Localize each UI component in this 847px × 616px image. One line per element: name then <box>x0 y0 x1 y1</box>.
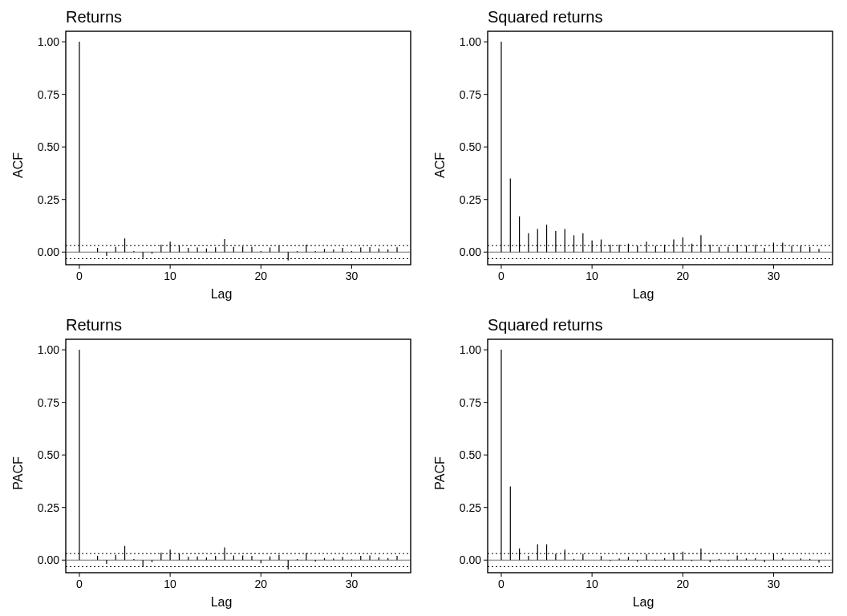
svg-text:30: 30 <box>768 270 780 282</box>
plot-col: 0.000.250.500.751.000102030 Lag <box>449 336 837 610</box>
panel-acf-squared-returns: Squared returns ACF 0.000.250.500.751.00… <box>432 8 837 302</box>
x-axis-title: Lag <box>27 595 415 610</box>
plot-row: PACF 0.000.250.500.751.000102030 Lag <box>10 336 415 610</box>
svg-text:20: 20 <box>677 578 690 590</box>
svg-text:0.50: 0.50 <box>460 448 481 461</box>
plot-col: 0.000.250.500.751.000102030 Lag <box>27 336 415 610</box>
svg-text:0.75: 0.75 <box>38 396 59 409</box>
svg-text:0.00: 0.00 <box>38 245 59 258</box>
svg-rect-116 <box>66 339 411 573</box>
chart-svg: 0.000.250.500.751.000102030 <box>27 28 415 286</box>
x-axis-title: Lag <box>27 287 415 302</box>
y-axis-title: ACF <box>11 152 26 178</box>
svg-text:0: 0 <box>76 578 83 590</box>
svg-text:0.25: 0.25 <box>38 193 59 206</box>
y-axis-title-wrap: PACF <box>10 336 27 610</box>
svg-text:0.25: 0.25 <box>38 501 59 514</box>
svg-text:20: 20 <box>255 578 268 590</box>
svg-text:0: 0 <box>76 270 83 282</box>
y-axis-title-wrap: ACF <box>10 28 27 302</box>
chart-grid-page: Returns ACF 0.000.250.500.751.000102030 … <box>0 0 847 616</box>
panel-title: Returns <box>66 316 415 334</box>
svg-text:0.00: 0.00 <box>460 245 481 258</box>
svg-rect-174 <box>488 339 833 573</box>
chart-svg: 0.000.250.500.751.000102030 <box>27 336 415 594</box>
y-axis-title: PACF <box>433 456 448 489</box>
y-axis-title: PACF <box>11 456 26 489</box>
svg-text:10: 10 <box>586 270 598 282</box>
panel-title: Squared returns <box>488 8 837 26</box>
svg-text:10: 10 <box>164 578 176 590</box>
plot-col: 0.000.250.500.751.000102030 Lag <box>27 28 415 302</box>
plot-row: ACF 0.000.250.500.751.000102030 Lag <box>10 28 415 302</box>
svg-text:30: 30 <box>346 270 359 282</box>
chart-svg: 0.000.250.500.751.000102030 <box>449 336 837 594</box>
svg-text:0.50: 0.50 <box>38 140 59 153</box>
plot-row: PACF 0.000.250.500.751.000102030 Lag <box>432 336 837 610</box>
svg-text:30: 30 <box>346 578 359 590</box>
svg-text:20: 20 <box>677 270 690 282</box>
svg-rect-58 <box>488 31 833 265</box>
svg-text:10: 10 <box>164 270 176 282</box>
svg-text:0: 0 <box>498 578 505 590</box>
y-axis-title: ACF <box>433 152 448 178</box>
svg-text:0.00: 0.00 <box>38 553 59 566</box>
svg-text:0.25: 0.25 <box>460 501 481 514</box>
y-axis-title-wrap: PACF <box>432 336 449 610</box>
plot-col: 0.000.250.500.751.000102030 Lag <box>449 28 837 302</box>
panel-pacf-squared-returns: Squared returns PACF 0.000.250.500.751.0… <box>432 316 837 610</box>
svg-text:0.00: 0.00 <box>460 553 481 566</box>
svg-text:0.75: 0.75 <box>460 396 481 409</box>
svg-text:20: 20 <box>255 270 268 282</box>
svg-text:0: 0 <box>498 270 505 282</box>
panel-title: Squared returns <box>488 316 837 334</box>
svg-text:1.00: 1.00 <box>38 343 59 356</box>
svg-text:10: 10 <box>586 578 598 590</box>
panel-grid: Returns ACF 0.000.250.500.751.000102030 … <box>10 8 837 610</box>
y-axis-title-wrap: ACF <box>432 28 449 302</box>
svg-text:1.00: 1.00 <box>460 35 481 48</box>
panel-acf-returns: Returns ACF 0.000.250.500.751.000102030 … <box>10 8 415 302</box>
svg-text:1.00: 1.00 <box>38 35 59 48</box>
svg-rect-0 <box>66 31 411 265</box>
x-axis-title: Lag <box>449 287 837 302</box>
plot-row: ACF 0.000.250.500.751.000102030 Lag <box>432 28 837 302</box>
x-axis-title: Lag <box>449 595 837 610</box>
svg-text:30: 30 <box>768 578 780 590</box>
svg-text:0.50: 0.50 <box>460 140 481 153</box>
svg-text:0.25: 0.25 <box>460 193 481 206</box>
svg-text:0.75: 0.75 <box>460 88 481 101</box>
panel-title: Returns <box>66 8 415 26</box>
svg-text:0.50: 0.50 <box>38 448 59 461</box>
chart-svg: 0.000.250.500.751.000102030 <box>449 28 837 286</box>
panel-pacf-returns: Returns PACF 0.000.250.500.751.000102030… <box>10 316 415 610</box>
svg-text:1.00: 1.00 <box>460 343 481 356</box>
svg-text:0.75: 0.75 <box>38 88 59 101</box>
